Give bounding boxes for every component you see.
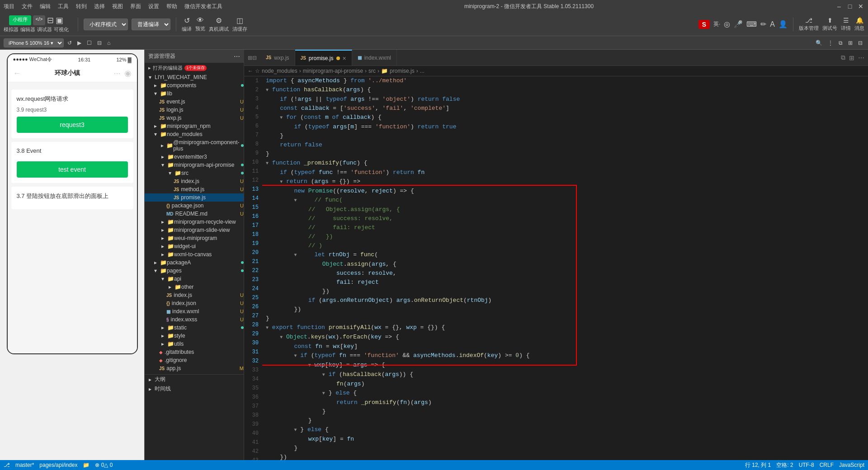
- layout-btn[interactable]: ⊟: [95, 39, 104, 47]
- menu-item-select[interactable]: 选择: [94, 3, 105, 10]
- close-tab-icon[interactable]: ×: [343, 55, 346, 62]
- error-warning[interactable]: ⊗ 0△ 0: [95, 462, 113, 468]
- menu-item-project[interactable]: 项目: [4, 3, 14, 10]
- close-button[interactable]: ✕: [857, 3, 864, 10]
- tree-slide-view[interactable]: ▸ 📁 miniprogram-slide-view: [145, 226, 244, 234]
- split-btn[interactable]: ⧉: [837, 39, 844, 47]
- menu-item-tools[interactable]: 工具: [58, 3, 69, 10]
- window-controls[interactable]: – □ ✕: [835, 3, 864, 10]
- tree-lib[interactable]: ▾ 📁 lib: [145, 89, 244, 98]
- breadcrumb-node-modules[interactable]: node_modules: [262, 68, 297, 74]
- status-path[interactable]: pages/api/index: [39, 462, 77, 468]
- branch-icon[interactable]: ⎇: [805, 17, 812, 24]
- breadcrumb-src[interactable]: src: [368, 68, 376, 74]
- question-icon[interactable]: ◎: [724, 20, 730, 28]
- more-icon[interactable]: ···: [113, 69, 120, 78]
- tree-packagea[interactable]: ▸ 📁 packageA: [145, 258, 244, 267]
- minimize-button[interactable]: –: [835, 3, 843, 10]
- menu-icon[interactable]: ☰: [843, 17, 849, 24]
- tree-api-index-wxml[interactable]: ▦ index.wxml U: [145, 307, 244, 315]
- git-branch[interactable]: master*: [15, 462, 34, 468]
- tree-outline[interactable]: ▸ 大纲: [145, 374, 244, 384]
- breadcrumb-promise-js[interactable]: promise.js: [390, 68, 415, 74]
- upload-icon[interactable]: ⬆: [827, 17, 833, 24]
- request3-button[interactable]: request3: [17, 117, 128, 133]
- code-editor[interactable]: 1 2 3 4 5 6 7 8 9 10 11 12 13 14 15 16 1…: [244, 76, 868, 460]
- handwriting-icon[interactable]: ✏: [760, 20, 766, 28]
- rotate-btn[interactable]: ↺: [66, 39, 74, 47]
- tree-event-js[interactable]: JS event.js U: [145, 98, 244, 106]
- compile-select[interactable]: 普通编译: [132, 19, 170, 30]
- theme-icon[interactable]: A: [770, 20, 775, 28]
- language[interactable]: JavaScript: [839, 462, 864, 468]
- menu-item-settings[interactable]: 设置: [148, 3, 159, 10]
- tree-other[interactable]: ▸ 📁 other: [145, 283, 244, 291]
- tree-promise-js[interactable]: JS promise.js: [145, 193, 244, 202]
- english-icon[interactable]: 英·: [713, 20, 720, 28]
- breadcrumb-ellipsis[interactable]: ...: [420, 68, 425, 74]
- test-event-button[interactable]: test event: [17, 161, 128, 178]
- tree-static[interactable]: ▸ 📁 static: [145, 324, 244, 332]
- screen-btn[interactable]: ☐: [85, 39, 94, 47]
- tab-index-wxml[interactable]: ▦ index.wxml: [352, 50, 397, 66]
- tree-root[interactable]: ▾ LIYI_WECHAT_MINE: [145, 73, 244, 81]
- search-btn[interactable]: 🔍: [814, 39, 824, 47]
- tree-components[interactable]: ▸ 📁 components: [145, 81, 244, 89]
- device-select[interactable]: iPhone 5 100% 16 ▾: [4, 38, 64, 47]
- menu-items[interactable]: 项目 文件 编辑 工具 转到 选择 视图 界面 设置 帮助 微信开发者工具: [4, 3, 222, 10]
- tree-node-modules[interactable]: ▾ 📁 node_modules: [145, 130, 244, 138]
- tab-promise-js[interactable]: JS promise.js ×: [295, 50, 352, 66]
- menu-item-interface[interactable]: 界面: [130, 3, 141, 10]
- collapse-btn[interactable]: ⊟: [856, 39, 864, 47]
- tree-package-json[interactable]: {} package.json U: [145, 202, 244, 210]
- menu-item-help[interactable]: 帮助: [166, 3, 177, 10]
- circle-icon[interactable]: ◉: [124, 68, 132, 78]
- tree-weui[interactable]: ▸ 📁 weui-miniprogram: [145, 234, 244, 242]
- simulator-toggle[interactable]: ⊟: [47, 15, 54, 25]
- open-editor-toggle[interactable]: ▸: [148, 65, 151, 71]
- breadcrumb-bookmark[interactable]: ☆: [255, 68, 260, 74]
- mode-select[interactable]: 小程序模式: [84, 19, 128, 30]
- bell-icon[interactable]: 🔔: [856, 17, 863, 24]
- play-btn[interactable]: ▶: [75, 39, 83, 47]
- tree-readme[interactable]: MD README.md U: [145, 210, 244, 218]
- refresh-icon[interactable]: ↺: [184, 16, 190, 25]
- tree-component-plus[interactable]: ▸ 📁 @miniprogram-component-plus: [145, 138, 244, 153]
- tree-gitignore[interactable]: ◆ .gitignore: [145, 356, 244, 364]
- tree-index-js[interactable]: JS index.js U: [145, 177, 244, 185]
- layout-toggle[interactable]: ▣: [56, 15, 63, 25]
- tree-api-index-json[interactable]: {} index.json U: [145, 299, 244, 307]
- tab-gutter-left[interactable]: ⊞ ⊟: [244, 50, 260, 66]
- tree-api-index-js[interactable]: JS index.js U: [145, 291, 244, 299]
- tree-wxml-canvas[interactable]: ▸ 📁 wxml-to-canvas: [145, 250, 244, 258]
- tree-api-promise[interactable]: ▾ 📁 miniprogram-api-promise: [145, 161, 244, 169]
- user-icon[interactable]: 👤: [778, 20, 788, 28]
- tree-api[interactable]: ▾ 📁 api: [145, 275, 244, 283]
- file-tree-menu-icon[interactable]: ⋯: [234, 53, 240, 60]
- tree-recycle-view[interactable]: ▸ 📁 miniprogram-recycle-view: [145, 218, 244, 226]
- more-editor-icon[interactable]: ⋯: [858, 54, 864, 61]
- tree-utils[interactable]: ▸ 📁 utils: [145, 340, 244, 348]
- tree-api-index-wxss[interactable]: § index.wxss U: [145, 315, 244, 324]
- maximize-button[interactable]: □: [846, 3, 854, 10]
- expand-editor-icon[interactable]: ⊞: [849, 54, 854, 61]
- menu-item-wechat[interactable]: 微信开发者工具: [184, 3, 222, 10]
- menu-item-edit[interactable]: 编辑: [40, 3, 51, 10]
- menu-item-view[interactable]: 视图: [112, 3, 123, 10]
- tree-style[interactable]: ▸ 📁 style: [145, 332, 244, 340]
- eye-icon[interactable]: 👁: [197, 16, 204, 24]
- tree-app-js[interactable]: JS app.js M: [145, 364, 244, 372]
- gear-icon[interactable]: ⚙: [216, 16, 222, 25]
- tab-wxp-js[interactable]: JS wxp.js: [260, 50, 295, 66]
- menu-item-file[interactable]: 文件: [22, 3, 33, 10]
- split-editor-icon[interactable]: ⧉: [841, 54, 845, 61]
- back-icon[interactable]: ←: [13, 69, 21, 78]
- home-btn[interactable]: ⌂: [105, 39, 112, 47]
- tree-timeline[interactable]: ▸ 时间线: [145, 384, 244, 394]
- tree-widget-ui[interactable]: ▸ 📁 widget-ui: [145, 242, 244, 250]
- tree-login-js[interactable]: JS login.js U: [145, 106, 244, 114]
- layers-icon[interactable]: ◫: [236, 16, 243, 25]
- mic-icon[interactable]: 🎤: [734, 20, 743, 28]
- breadcrumb-back[interactable]: ←: [248, 68, 253, 74]
- tree-pages[interactable]: ▾ 📁 pages: [145, 267, 244, 275]
